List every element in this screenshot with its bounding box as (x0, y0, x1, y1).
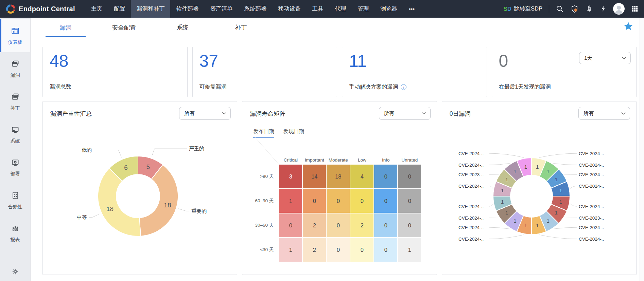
reports-icon (11, 224, 20, 234)
severity-filter-value: 所有 (184, 110, 195, 117)
cve-label: CVE-2024-.. (579, 184, 604, 189)
quick-actions-flash-icon[interactable] (600, 5, 607, 13)
stat-card-label: 可修复漏洞 (199, 83, 227, 91)
matrix-cell[interactable]: 0 (350, 238, 373, 262)
matrix-cell[interactable]: 3 (279, 165, 302, 188)
info-icon[interactable] (401, 84, 406, 90)
nav-item-5[interactable]: 系统部署 (238, 0, 272, 18)
stat-card-value: 11 (349, 52, 480, 71)
matrix-cell[interactable]: 1 (279, 238, 302, 262)
favorite-star-icon[interactable] (623, 21, 633, 33)
stat-card-label: 漏洞总数 (50, 83, 71, 91)
matrix-cell[interactable]: 0 (303, 189, 326, 213)
matrix-cell[interactable]: 0 (398, 189, 421, 213)
sidebar-item-4[interactable]: 部署 (0, 151, 30, 184)
donut-slice-value: 1 (546, 218, 549, 224)
cve-label: CVE-2024-.. (579, 151, 604, 156)
sidebar-item-0[interactable]: 仪表板 (0, 19, 30, 52)
app-brand[interactable]: Endpoint Central (0, 0, 85, 18)
subtab-1[interactable]: 安全配置 (95, 18, 153, 37)
nav-item-10[interactable]: 浏览器 (375, 0, 403, 18)
nav-item-4[interactable]: 资产清单 (204, 0, 238, 18)
stat-card-label: 在最后1天发现的漏洞 (499, 83, 551, 91)
vertical-scrollbar[interactable] (640, 18, 644, 281)
donut-slice-value: 1 (514, 168, 516, 174)
matrix-cell[interactable]: 0 (374, 238, 397, 262)
chevron-down-icon (622, 57, 626, 59)
matrix-cell[interactable]: 14 (303, 165, 326, 188)
matrix-cell[interactable]: 0 (374, 189, 397, 213)
matrix-cell[interactable]: 0 (279, 213, 302, 237)
nav-item-3[interactable]: 软件部署 (170, 0, 204, 18)
subtab-2[interactable]: 系统 (153, 18, 212, 37)
matrix-cell[interactable]: 0 (327, 189, 350, 213)
matrix-cell[interactable]: 1 (398, 238, 421, 262)
label-connector-line (489, 204, 493, 206)
jump-to-sdp-link[interactable]: S D 跳转至SDP (504, 5, 542, 13)
stat-card-period-dropdown[interactable]: 1天 (579, 52, 631, 64)
sidebar-item-label: 报表 (11, 237, 20, 243)
search-icon[interactable] (556, 5, 564, 13)
sidebar-item-1[interactable]: 漏洞 (0, 52, 30, 85)
dashboard-icon (11, 26, 20, 36)
vulnerability-icon (11, 59, 20, 69)
matrix-cell[interactable]: 0 (350, 189, 373, 213)
nav-item-9[interactable]: 管理 (352, 0, 375, 18)
navbar-right: S D 跳转至SDP (504, 0, 644, 18)
stat-card-label-row: 漏洞总数 (50, 83, 180, 91)
sidebar-settings-gear-icon[interactable] (0, 267, 30, 276)
nav-item-6[interactable]: 移动设备 (272, 0, 306, 18)
matrix-cell[interactable]: 2 (350, 213, 373, 237)
stat-card-3[interactable]: 0在最后1天发现的漏洞1天 (492, 47, 637, 97)
whats-new-rocket-icon[interactable] (585, 5, 593, 13)
matrix-cell[interactable]: 0 (374, 165, 397, 188)
sidebar-item-5[interactable]: 合规性 (0, 184, 30, 217)
cve-label: CVE-2023-.. (579, 216, 604, 221)
divider (549, 5, 549, 13)
donut-slice-value: 1 (501, 199, 504, 205)
svg-text:D: D (507, 6, 511, 12)
donut-slice-value: 1 (559, 187, 562, 193)
matrix-tab-1[interactable]: 发现日期 (283, 128, 304, 138)
matrix-cell[interactable]: 2 (303, 213, 326, 237)
subtab-0[interactable]: 漏洞 (36, 18, 95, 37)
matrix-cell[interactable]: 0 (398, 213, 421, 237)
matrix-cell[interactable]: 4 (350, 165, 373, 188)
label-connector-line (489, 164, 510, 165)
donut-slice-value: 1 (501, 187, 504, 193)
stat-card-1[interactable]: 37可修复漏洞 (192, 47, 337, 97)
donut-slice-value: 1 (536, 164, 539, 170)
user-avatar[interactable] (613, 3, 625, 15)
top-navbar: Endpoint Central 主页配置漏洞和补丁软件部署资产清单系统部署移动… (0, 0, 644, 18)
nav-item-2[interactable]: 漏洞和补丁 (131, 0, 171, 18)
sidebar-item-6[interactable]: 报表 (0, 217, 30, 250)
stat-card-0[interactable]: 48漏洞总数 (42, 47, 188, 97)
matrix-cell[interactable]: 18 (327, 165, 350, 188)
stat-card-2[interactable]: 11手动解决方案的漏洞 (342, 47, 487, 97)
zeroday-filter-dropdown[interactable]: 所有 (578, 107, 630, 120)
matrix-filter-dropdown[interactable]: 所有 (379, 107, 431, 120)
matrix-cell[interactable]: 0 (327, 213, 350, 237)
apps-grid-icon[interactable] (631, 5, 639, 13)
security-shield-icon[interactable] (570, 5, 579, 13)
sidebar-item-3[interactable]: 系统 (0, 118, 30, 151)
matrix-cell[interactable]: 1 (279, 189, 302, 213)
matrix-col-header: Unrated (398, 155, 421, 164)
matrix-col-header: Important (303, 155, 326, 164)
matrix-cell[interactable]: 0 (398, 165, 421, 188)
sidebar-item-2[interactable]: 补丁 (0, 85, 30, 118)
label-connector-line (89, 214, 100, 217)
nav-item-1[interactable]: 配置 (108, 0, 131, 18)
matrix-cell[interactable]: 0 (374, 213, 397, 237)
label-connector-line (152, 149, 187, 156)
nav-overflow-button[interactable]: ••• (403, 0, 420, 18)
subtab-3[interactable]: 补丁 (212, 18, 270, 37)
matrix-cell[interactable]: 0 (327, 238, 350, 262)
nav-item-0[interactable]: 主页 (85, 0, 108, 18)
severity-donut-chart: 5严重的18重要的18中等6低的 (43, 130, 238, 273)
severity-filter-dropdown[interactable]: 所有 (179, 107, 231, 120)
nav-item-7[interactable]: 工具 (306, 0, 329, 18)
matrix-cell[interactable]: 2 (303, 238, 326, 262)
sidebar-item-label: 漏洞 (11, 72, 20, 78)
nav-item-8[interactable]: 代理 (329, 0, 352, 18)
